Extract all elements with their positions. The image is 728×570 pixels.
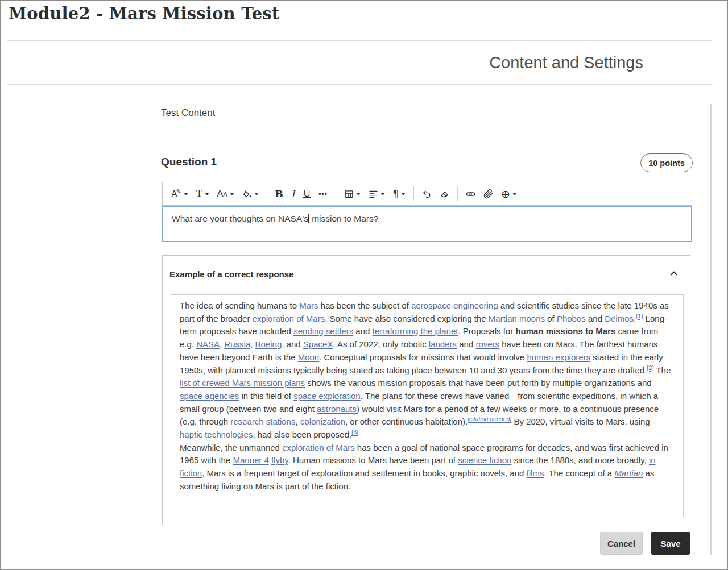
inline-link[interactable]: space exploration bbox=[293, 391, 361, 401]
toolbar-font-size-button[interactable]: AA bbox=[213, 185, 238, 203]
inline-link[interactable]: Boeing bbox=[255, 339, 282, 349]
inline-link[interactable]: space agencies bbox=[180, 391, 239, 401]
inline-link[interactable]: rovers bbox=[475, 339, 499, 349]
inline-link[interactable]: Mariner 4 bbox=[233, 455, 268, 465]
question-prompt-input[interactable]: What are your thoughts on NASA's mission… bbox=[162, 206, 692, 242]
text-run: and bbox=[586, 314, 605, 323]
toolbar-divider bbox=[413, 186, 414, 201]
inline-link[interactable]: flyby bbox=[271, 455, 288, 465]
font-size-icon: AA bbox=[217, 189, 228, 198]
chevron-down-icon bbox=[254, 193, 259, 195]
test-editor-window: Module2 - Mars Mission Test Content and … bbox=[0, 0, 728, 570]
inline-link[interactable]: research stations bbox=[230, 417, 295, 426]
citation-ref[interactable]: [1] bbox=[636, 313, 643, 319]
inline-link[interactable]: human explorers bbox=[527, 352, 590, 362]
question-1-label: Question 1 bbox=[161, 156, 217, 168]
inline-link[interactable]: list of crewed Mars mission plans bbox=[180, 378, 305, 388]
example-response-header[interactable]: Example of a correct response bbox=[163, 256, 690, 292]
inline-link[interactable]: Mars bbox=[299, 301, 318, 310]
text-run: , and bbox=[282, 339, 303, 349]
content-scroll-divider bbox=[710, 104, 712, 555]
text-run: and bbox=[353, 326, 372, 336]
inline-link[interactable]: Deimos bbox=[605, 314, 634, 323]
bold-icon: B bbox=[275, 189, 283, 199]
inline-link[interactable]: Martian moons bbox=[489, 314, 545, 323]
cancel-button[interactable]: Cancel bbox=[600, 532, 643, 555]
toolbar-insert-table-button[interactable] bbox=[340, 185, 365, 203]
inline-link[interactable]: SpaceX bbox=[303, 339, 333, 349]
text-run: By 2020, virtual visits to Mars, using bbox=[511, 417, 650, 426]
chevron-down-icon bbox=[356, 193, 361, 195]
chevron-down-icon bbox=[205, 193, 209, 195]
toolbar-divider bbox=[457, 186, 458, 201]
inline-link[interactable]: Phobos bbox=[557, 314, 586, 323]
toolbar-paragraph-style-button[interactable]: ¶ bbox=[389, 185, 410, 203]
content-and-settings-heading: Content and Settings bbox=[489, 53, 643, 72]
text-run: and bbox=[457, 339, 475, 349]
text-run: , bbox=[295, 417, 300, 426]
italic-icon: I bbox=[291, 189, 295, 199]
inline-link[interactable]: Moon bbox=[298, 352, 320, 362]
save-button[interactable]: Save bbox=[651, 532, 690, 555]
toolbar-undo-button[interactable] bbox=[418, 185, 436, 203]
text-run: in this field of bbox=[239, 391, 293, 401]
points-badge[interactable]: 10 points bbox=[640, 153, 693, 172]
citation-ref[interactable]: [2] bbox=[647, 364, 653, 371]
text-run: of bbox=[545, 314, 557, 323]
footer-actions: Cancel Save bbox=[600, 532, 690, 555]
more-options-icon: ••• bbox=[318, 190, 328, 197]
inline-link[interactable]: aerospace engineering bbox=[411, 301, 498, 310]
toolbar-clear-formatting-button[interactable] bbox=[436, 185, 453, 203]
inline-link[interactable]: astronauts bbox=[317, 404, 357, 414]
table-icon bbox=[344, 189, 354, 199]
toolbar-attach-file-button[interactable] bbox=[479, 185, 497, 203]
page-title: Module2 - Mars Mission Test bbox=[9, 4, 279, 23]
inline-link[interactable]: landers bbox=[429, 339, 457, 349]
toolbar-italic-button[interactable]: I bbox=[287, 185, 299, 203]
text-run: The bbox=[654, 365, 671, 375]
text-run: shows the various mission proposals that… bbox=[305, 378, 652, 388]
correct-response-text[interactable]: The idea of sending humans to Mars has b… bbox=[171, 294, 684, 517]
chevron-down-icon bbox=[512, 193, 517, 195]
toolbar-fill-color-button[interactable] bbox=[238, 185, 263, 203]
inline-link[interactable]: Martian bbox=[614, 468, 643, 478]
inline-link[interactable]: haptic technologies bbox=[180, 430, 253, 439]
toolbar-font-button[interactable]: T bbox=[192, 185, 213, 203]
chevron-down-icon bbox=[401, 193, 406, 195]
text-run: since the 1880s, and more broadly, bbox=[511, 455, 649, 465]
inline-link[interactable]: science fiction bbox=[458, 455, 511, 465]
inline-link[interactable]: exploration of Mars bbox=[282, 443, 355, 452]
toolbar-underline-button[interactable]: U bbox=[299, 185, 315, 203]
text-run: . The concept of a bbox=[544, 468, 614, 478]
paragraph-icon: ¶ bbox=[393, 189, 399, 198]
inline-link[interactable]: Russia bbox=[224, 339, 250, 349]
toolbar-insert-link-button[interactable] bbox=[462, 185, 479, 203]
insert-content-icon: ⊕ bbox=[501, 189, 510, 199]
toolbar-more-options-button[interactable]: ••• bbox=[315, 185, 332, 203]
editor-toolbar: A✎TAABIU•••¶⊕ bbox=[162, 182, 692, 206]
prompt-text-after-cursor: mission to Mars? bbox=[309, 214, 378, 223]
citation-ref[interactable]: [3] bbox=[351, 428, 358, 435]
toolbar-text-style-button[interactable]: A✎ bbox=[167, 185, 192, 203]
toolbar-insert-content-button[interactable]: ⊕ bbox=[497, 185, 521, 203]
collapse-example-button[interactable] bbox=[667, 267, 681, 282]
fill-color-icon bbox=[242, 189, 252, 199]
chevron-up-icon bbox=[668, 268, 680, 281]
align-icon bbox=[369, 189, 378, 199]
toolbar-bold-button[interactable]: B bbox=[271, 185, 287, 203]
inline-link[interactable]: terraforming the planet bbox=[373, 326, 458, 336]
text-run: , had also been proposed. bbox=[253, 430, 351, 439]
inline-link[interactable]: exploration of Mars bbox=[253, 314, 325, 323]
inline-link[interactable]: films bbox=[527, 468, 544, 478]
inline-link[interactable]: sending settlers bbox=[293, 326, 353, 336]
text-run: Meanwhile, the unmanned bbox=[180, 443, 282, 452]
link-icon bbox=[466, 189, 475, 199]
citation-ref[interactable]: [citation needed] bbox=[468, 415, 511, 422]
inline-link[interactable]: colonization bbox=[300, 417, 345, 426]
chevron-down-icon bbox=[184, 193, 188, 195]
example-response-title: Example of a correct response bbox=[169, 269, 293, 279]
text-run: , bbox=[250, 339, 255, 349]
inline-link[interactable]: NASA bbox=[196, 339, 220, 349]
text-run: has been the subject of bbox=[318, 301, 411, 310]
toolbar-text-align-button[interactable] bbox=[365, 185, 389, 203]
